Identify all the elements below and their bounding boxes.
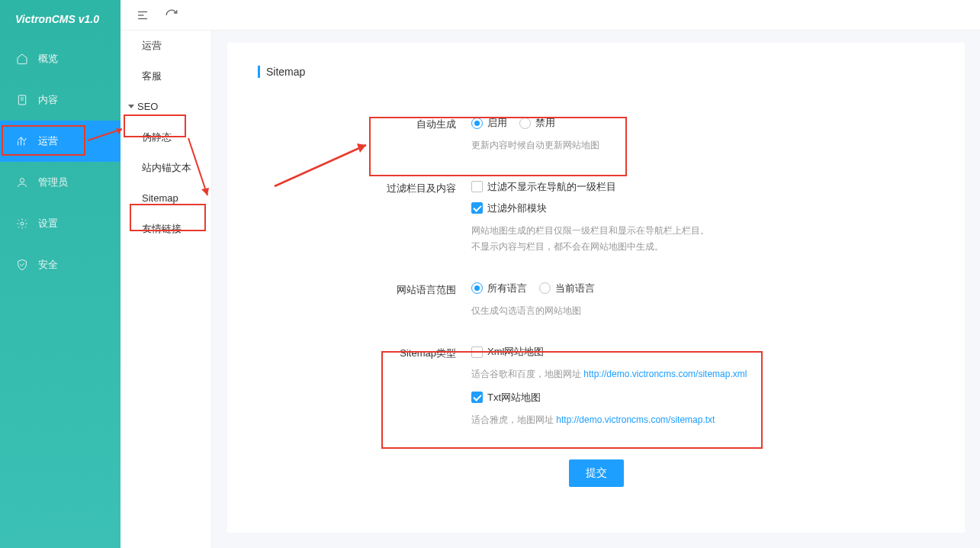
sub-rewrite[interactable]: 伪静态 [120,122,211,153]
shield-icon [15,258,29,272]
refresh-icon[interactable] [165,8,178,22]
sub-operate[interactable]: 运营 [120,31,211,61]
link-txt[interactable]: http://demo.victroncms.com/sitemap.txt [556,414,715,425]
radio-autogen-disable[interactable]: 禁用 [519,116,555,130]
nav-admin[interactable]: 管理员 [0,162,120,203]
label-filter: 过滤栏目及内容 [258,180,471,256]
row-type: Sitemap类型 Xml网站地图 适合谷歌和百度，地图网址 http://de… [258,345,934,428]
check-type-txt[interactable]: Txt网站地图 [471,391,541,405]
nav-content[interactable]: 内容 [0,79,120,121]
nav-label: 内容 [38,93,58,107]
home-icon [15,52,29,66]
app-logo: VictronCMS v1.0 [0,0,120,38]
radio-label: 禁用 [535,116,555,130]
hint-filter1: 网站地图生成的栏目仅限一级栏目和显示在导航栏上栏目。 [471,223,934,240]
checkbox-label: Txt网站地图 [487,391,541,405]
link-xml[interactable]: http://demo.victroncms.com/sitemap.xml [583,369,747,379]
radio-label: 所有语言 [487,282,527,295]
nav-settings[interactable]: 设置 [0,203,120,244]
topbar [120,0,980,31]
checkbox-label: 过滤外部模块 [487,201,547,215]
svg-point-7 [21,222,24,225]
row-autogen: 自动生成 启用 禁用 更新内容时候自动更新网站地图 [258,116,934,154]
nav-label: 安全 [38,258,58,272]
user-icon [15,176,29,189]
checkbox-label: Xml网站地图 [487,345,544,359]
nav-label: 管理员 [38,176,68,189]
nav-label: 运营 [38,134,58,148]
sidebar: VictronCMS v1.0 概览 内容 运营 管理员 设置 安全 [0,0,120,548]
radio-label: 当前语言 [555,282,595,295]
check-filter-hidden[interactable]: 过滤不显示在导航的一级栏目 [471,180,616,194]
row-lang: 网站语言范围 所有语言 当前语言 仅生成勾选语言的网站地图 [258,282,934,320]
radio-icon [539,282,551,294]
nav-overview[interactable]: 概览 [0,38,120,79]
chart-icon [15,134,29,148]
radio-lang-all[interactable]: 所有语言 [471,282,527,295]
checkbox-icon [471,347,483,358]
collapse-icon[interactable] [136,8,149,22]
label-autogen: 自动生成 [258,116,471,154]
check-filter-external[interactable]: 过滤外部模块 [471,201,547,215]
checkbox-label: 过滤不显示在导航的一级栏目 [487,180,616,194]
row-filter: 过滤栏目及内容 过滤不显示在导航的一级栏目 过滤外部模块 网站地图生成的栏目仅限… [258,180,934,256]
submit-button[interactable]: 提交 [569,459,624,487]
hint-txt: 适合雅虎，地图网址 http://demo.victroncms.com/sit… [471,412,934,429]
checkbox-icon [471,202,483,214]
nav-label: 设置 [38,217,58,230]
sub-anchor[interactable]: 站内锚文本 [120,153,211,183]
doc-icon [15,93,29,107]
sub-sitemap[interactable]: Sitemap [120,183,211,214]
svg-point-6 [20,179,24,182]
radio-icon [471,118,483,129]
label-lang: 网站语言范围 [258,282,471,320]
hint-lang: 仅生成勾选语言的网站地图 [471,303,934,320]
hint-filter2: 不显示内容与栏目，都不会在网站地图中生成。 [471,239,934,256]
radio-label: 启用 [487,116,507,130]
nav-label: 概览 [38,52,58,66]
radio-lang-current[interactable]: 当前语言 [539,282,595,295]
radio-icon [519,118,531,129]
radio-icon [471,282,483,294]
nav-operate[interactable]: 运营 [0,121,120,162]
gear-icon [15,217,29,230]
sub-service[interactable]: 客服 [120,61,211,92]
hint-xml: 适合谷歌和百度，地图网址 http://demo.victroncms.com/… [471,366,934,383]
radio-autogen-enable[interactable]: 启用 [471,116,507,130]
content-panel: Sitemap 自动生成 启用 禁用 更新内容时候自动更新网站地图 过滤栏目及内… [227,43,965,533]
page-title: Sitemap [258,66,934,78]
label-type: Sitemap类型 [258,345,471,428]
sub-seo[interactable]: SEO [120,92,211,122]
hint-autogen: 更新内容时候自动更新网站地图 [471,137,934,154]
nav-security[interactable]: 安全 [0,244,120,285]
sub-links[interactable]: 友情链接 [120,214,211,244]
sub-sidebar: 运营 客服 SEO 伪静态 站内锚文本 Sitemap 友情链接 [120,31,212,548]
checkbox-icon [471,181,483,192]
checkbox-icon [471,392,483,403]
check-type-xml[interactable]: Xml网站地图 [471,345,544,359]
